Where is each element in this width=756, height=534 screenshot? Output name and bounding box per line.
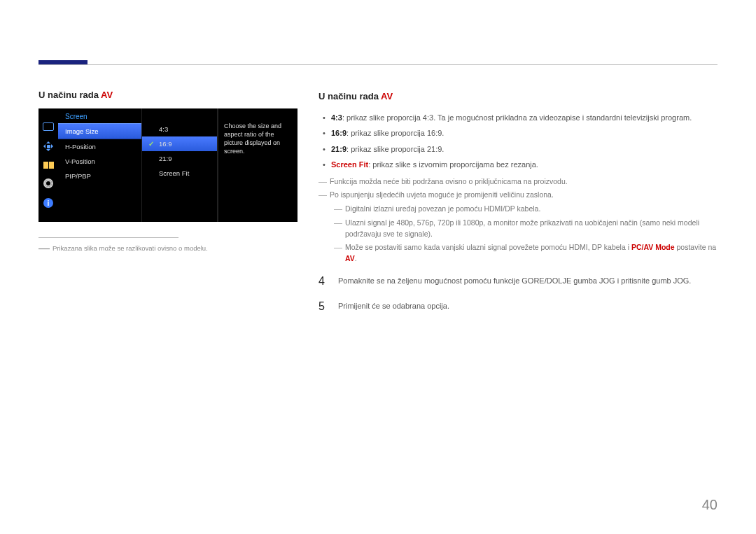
osd-info-text: Choose the size and aspect ratio of the … xyxy=(224,122,293,156)
note: Ulazni signal je 480p, 576p, 720p ili 10… xyxy=(334,218,718,240)
gear-icon xyxy=(43,178,53,188)
note: Po ispunjenju sljedećih uvjeta moguće je… xyxy=(318,190,718,201)
monitor-icon xyxy=(43,122,54,131)
osd-menu-item[interactable]: Image Size xyxy=(58,123,141,139)
page-number: 40 xyxy=(702,497,718,513)
left-heading: U načinu rada AV xyxy=(38,90,298,100)
osd-options-column: 4:3 16:9 21:9 Screen Fit xyxy=(142,108,218,222)
osd-option[interactable]: 4:3 xyxy=(142,122,217,136)
step-5: 5 Primijenit će se odabrana opcija. xyxy=(318,298,718,315)
right-heading: U načinu rada AV xyxy=(318,90,718,104)
aspect-ratio-list: 4:3: prikaz slike proporcija 4:3. Ta je … xyxy=(318,112,718,171)
list-item: Screen Fit: prikaz slike s izvornim prop… xyxy=(318,159,718,171)
list-item: 21:9: prikaz slike proporcija 21:9. xyxy=(318,143,718,155)
info-icon: i xyxy=(43,198,53,208)
step-text: Pomaknite se na željenu mogućnost pomoću… xyxy=(338,273,691,287)
list-item: 16:9: prikaz slike proporcija 16:9. xyxy=(318,127,718,139)
step-text: Primijenit će se odabrana opcija. xyxy=(338,298,449,312)
osd-menu-item[interactable]: PIP/PBP xyxy=(58,169,141,183)
osd-screenshot: i Screen Image Size H-Position V-Positio… xyxy=(38,108,298,222)
step-number: 5 xyxy=(318,298,328,315)
footnote-rule xyxy=(38,237,178,238)
osd-option[interactable]: 16:9 xyxy=(142,136,217,151)
list-item: 4:3: prikaz slike proporcija 4:3. Ta je … xyxy=(318,112,718,124)
osd-menu-item[interactable]: V-Position xyxy=(58,154,141,169)
nav-icon xyxy=(43,141,54,152)
osd-panel-title: Screen xyxy=(58,108,141,123)
step-4: 4 Pomaknite se na željenu mogućnost pomo… xyxy=(318,273,718,290)
osd-option[interactable]: 21:9 xyxy=(142,151,217,166)
footnote-text: Prikazana slika može se razlikovati ovis… xyxy=(52,244,208,252)
note: Može se postaviti samo kada vanjski ulaz… xyxy=(334,242,718,265)
pip-icon xyxy=(43,162,54,169)
note: Funkcija možda neće biti podržana ovisno… xyxy=(318,176,718,188)
osd-menu-column: Screen Image Size H-Position V-Position … xyxy=(58,108,142,222)
osd-option[interactable]: Screen Fit xyxy=(142,166,217,181)
footnote: ―Prikazana slika može se razlikovati ovi… xyxy=(38,242,298,255)
note: Digitalni izlazni uređaj povezan je pomo… xyxy=(334,204,718,215)
heading-mode: AV xyxy=(381,91,393,101)
heading-mode: AV xyxy=(101,90,113,100)
header-rule xyxy=(38,64,718,65)
heading-prefix: U načinu rada xyxy=(38,90,101,100)
step-number: 4 xyxy=(318,273,328,290)
osd-sidebar-icons: i xyxy=(38,108,58,222)
heading-prefix: U načinu rada xyxy=(318,91,381,101)
osd-info-panel: Choose the size and aspect ratio of the … xyxy=(218,108,298,222)
osd-menu-item[interactable]: H-Position xyxy=(58,139,141,154)
